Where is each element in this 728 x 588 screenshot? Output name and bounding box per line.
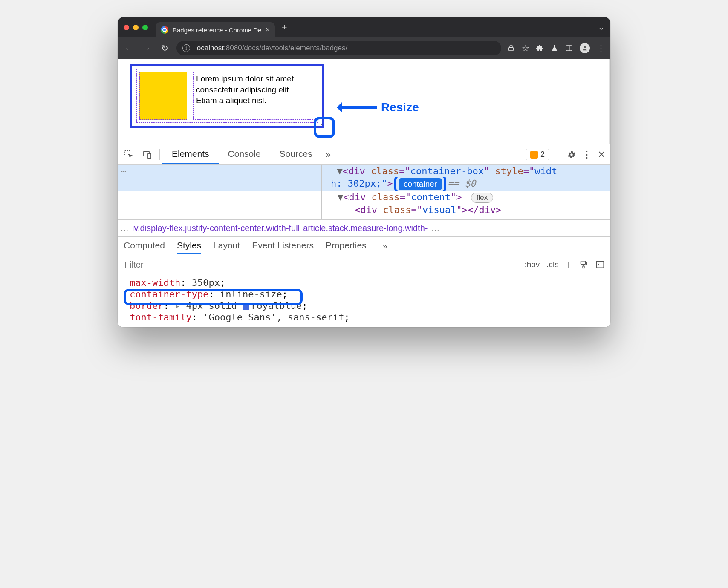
cls-toggle[interactable]: .cls: [546, 260, 559, 269]
chrome-favicon-icon: [161, 26, 168, 34]
crumb-2[interactable]: article.stack.measure-long.width-: [303, 223, 428, 233]
svg-point-3: [584, 46, 586, 48]
svg-rect-0: [509, 48, 514, 51]
dom-ellipsis: ⋯: [118, 165, 130, 177]
titlebar: Badges reference - Chrome De × + ⌄: [118, 17, 610, 37]
subtab-computed[interactable]: Computed: [124, 238, 165, 254]
crumb-1[interactable]: iv.display-flex.justify-content-center.w…: [132, 223, 300, 233]
browser-toolbar: ← → ↻ i localhost:8080/docs/devtools/ele…: [118, 37, 610, 59]
browser-tab[interactable]: Badges reference - Chrome De ×: [156, 22, 275, 37]
inspect-element-icon[interactable]: [119, 150, 138, 160]
toggle-sidebar-icon[interactable]: [595, 260, 605, 269]
tab-close-icon[interactable]: ×: [266, 26, 269, 34]
devtools-tabbar: Elements Console Sources » ! 2 ⋮ ✕: [118, 144, 610, 165]
window-controls: [124, 25, 148, 30]
container-box-demo[interactable]: Lorem ipsum dolor sit amet, consectetur …: [130, 64, 324, 128]
side-panel-icon[interactable]: [565, 44, 573, 52]
devtools-menu-icon[interactable]: ⋮: [582, 149, 592, 160]
tab-title: Badges reference - Chrome De: [173, 26, 261, 34]
styles-tabbar: Computed Styles Layout Event Listeners P…: [118, 237, 610, 255]
warning-icon: !: [530, 151, 538, 159]
demo-lorem-text: Lorem ipsum dolor sit amet, consectetur …: [193, 72, 315, 120]
window-minimize[interactable]: [133, 25, 139, 30]
devtools-close-icon[interactable]: ✕: [598, 149, 605, 160]
dom-tree[interactable]: ⋯ ▼<div class="container-box" style="wid…: [118, 165, 610, 220]
url-path: :8080/docs/devtools/elements/badges/: [224, 44, 347, 52]
arrow-icon: [338, 106, 377, 109]
window-close[interactable]: [124, 25, 129, 30]
share-icon[interactable]: [507, 44, 515, 52]
subtab-layout[interactable]: Layout: [213, 238, 240, 254]
subtab-listeners[interactable]: Event Listeners: [252, 238, 314, 254]
resize-annotation: Resize: [338, 101, 419, 114]
new-tab-button[interactable]: +: [279, 22, 290, 33]
tab-sources[interactable]: Sources: [270, 144, 322, 164]
profile-avatar-icon[interactable]: [580, 43, 590, 53]
color-swatch-icon[interactable]: [243, 303, 249, 310]
resize-label: Resize: [381, 101, 419, 114]
toolbar-actions: ☆ ⋮: [507, 43, 605, 53]
device-toggle-icon[interactable]: [138, 150, 157, 160]
styles-filter-input[interactable]: [118, 260, 519, 270]
demo-content-flex: Lorem ipsum dolor sit amet, consectetur …: [136, 69, 318, 123]
flex-badge[interactable]: flex: [471, 193, 493, 203]
bookmark-star-icon[interactable]: ☆: [522, 43, 529, 53]
dom-breadcrumbs[interactable]: … iv.display-flex.justify-content-center…: [118, 220, 610, 237]
page-content: Lorem ipsum dolor sit amet, consectetur …: [118, 59, 610, 144]
window-maximize[interactable]: [142, 25, 148, 30]
browser-window: Badges reference - Chrome De × + ⌄ ← → ↻…: [118, 17, 610, 327]
kebab-menu-icon[interactable]: ⋮: [597, 43, 605, 53]
extensions-icon[interactable]: [536, 44, 544, 52]
address-bar[interactable]: i localhost:8080/docs/devtools/elements/…: [176, 41, 501, 55]
svg-rect-8: [583, 266, 584, 268]
tabs-overflow-icon[interactable]: »: [322, 150, 335, 159]
settings-gear-icon[interactable]: [567, 150, 576, 159]
hov-toggle[interactable]: :hov: [524, 260, 540, 269]
nav-forward-icon[interactable]: →: [141, 43, 153, 53]
subtabs-overflow-icon[interactable]: »: [378, 241, 392, 251]
dom-node-container-box[interactable]: ⋯ ▼<div class="container-box" style="wid…: [118, 165, 610, 177]
issues-badge[interactable]: ! 2: [526, 149, 549, 160]
tabs-overflow-icon[interactable]: ⌄: [598, 23, 604, 32]
styles-filter-row: :hov .cls +: [118, 255, 610, 274]
devtools: Elements Console Sources » ! 2 ⋮ ✕ ⋯: [118, 144, 610, 327]
tab-console[interactable]: Console: [219, 144, 270, 164]
nav-reload-icon[interactable]: ↻: [159, 43, 170, 53]
svg-rect-7: [581, 261, 586, 264]
url-host: localhost: [195, 44, 224, 52]
new-style-rule-icon[interactable]: +: [566, 258, 572, 271]
dom-node-container-box-line2[interactable]: h: 302px;"> container == $0: [118, 177, 610, 191]
svg-rect-9: [597, 262, 604, 268]
container-badge[interactable]: container: [399, 178, 442, 190]
subtab-properties[interactable]: Properties: [326, 238, 367, 254]
svg-rect-6: [148, 153, 151, 159]
paint-icon[interactable]: [579, 260, 588, 269]
tabstrip: Badges reference - Chrome De × +: [156, 17, 590, 37]
styles-rules[interactable]: max-width: 350px; container-type: inline…: [118, 274, 610, 327]
site-info-icon[interactable]: i: [182, 44, 190, 52]
demo-visual-square: [139, 72, 187, 120]
tab-elements[interactable]: Elements: [162, 144, 219, 164]
labs-flask-icon[interactable]: [551, 44, 558, 52]
nav-back-icon[interactable]: ←: [123, 43, 135, 53]
dom-node-content[interactable]: ▼<div class="content"> flex: [118, 191, 610, 204]
issues-count: 2: [540, 150, 545, 159]
subtab-styles[interactable]: Styles: [177, 238, 201, 254]
dom-node-visual[interactable]: <div class="visual"></div>: [118, 204, 610, 216]
